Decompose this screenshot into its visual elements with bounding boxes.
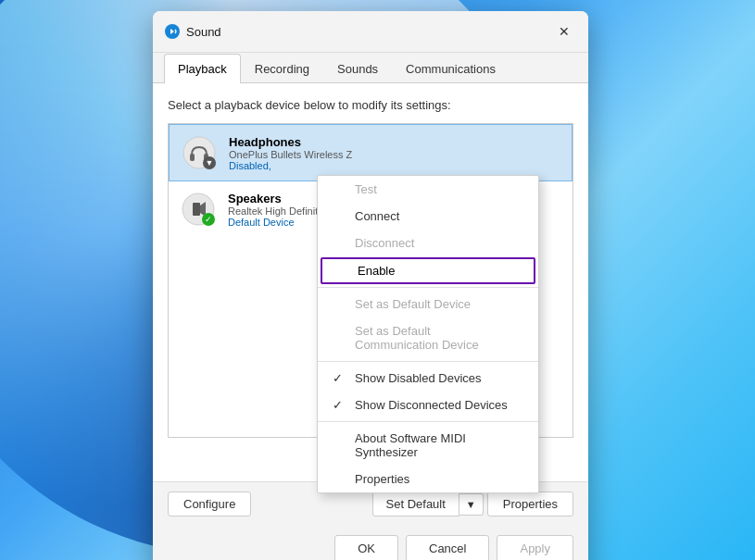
cancel-button[interactable]: Cancel bbox=[406, 535, 489, 560]
ctx-show-disabled[interactable]: ✓ Show Disabled Devices bbox=[318, 365, 538, 392]
ctx-properties[interactable]: Properties bbox=[318, 466, 538, 492]
ctx-show-disabled-check: ✓ bbox=[333, 371, 343, 385]
ctx-show-disconnected-check: ✓ bbox=[333, 398, 343, 412]
right-buttons: Set Default ▼ Properties bbox=[372, 492, 573, 516]
headphones-info: Headphones OnePlus Bullets Wireless Z Di… bbox=[229, 135, 560, 171]
tab-communications[interactable]: Communications bbox=[392, 54, 510, 83]
ctx-test-label: Test bbox=[355, 182, 377, 196]
ctx-set-default-label: Set as Default Device bbox=[355, 297, 471, 311]
headphones-sub: OnePlus Bullets Wireless Z bbox=[229, 149, 560, 160]
ctx-enable[interactable]: Enable bbox=[321, 257, 535, 284]
ctx-enable-label: Enable bbox=[358, 264, 395, 278]
set-default-button[interactable]: Set Default bbox=[372, 492, 459, 516]
dialog-actions: OK Cancel Apply bbox=[153, 526, 588, 560]
ctx-properties-label: Properties bbox=[355, 472, 409, 486]
headphones-status: Disabled, bbox=[229, 160, 560, 171]
sound-app-icon bbox=[164, 23, 181, 40]
ctx-set-default[interactable]: Set as Default Device bbox=[318, 291, 538, 317]
apply-button[interactable]: Apply bbox=[497, 535, 573, 560]
device-list: ▼ Headphones OnePlus Bullets Wireless Z … bbox=[168, 123, 573, 438]
properties-button[interactable]: Properties bbox=[487, 492, 573, 516]
context-menu: Test Connect Disconnect Enable Set as De… bbox=[317, 175, 539, 493]
svg-rect-5 bbox=[193, 203, 200, 216]
ctx-show-disabled-label: Show Disabled Devices bbox=[355, 371, 482, 385]
set-default-dropdown[interactable]: ▼ bbox=[459, 493, 484, 516]
ctx-disconnect-label: Disconnect bbox=[355, 236, 414, 250]
titlebar: Sound ✕ bbox=[153, 11, 588, 53]
svg-rect-2 bbox=[190, 154, 195, 161]
headphones-status-badge: ▼ bbox=[203, 156, 216, 169]
ctx-set-default-comm-label: Set as Default Communication Device bbox=[355, 324, 510, 352]
ctx-connect[interactable]: Connect bbox=[318, 203, 538, 230]
speakers-icon-container: ✓ bbox=[180, 191, 217, 228]
ctx-about-midi-label: About Software MIDI Synthesizer bbox=[355, 431, 510, 459]
ctx-separator-2 bbox=[318, 361, 538, 362]
ok-button[interactable]: OK bbox=[334, 535, 398, 560]
instruction-text: Select a playback device below to modify… bbox=[168, 98, 573, 112]
ctx-connect-label: Connect bbox=[355, 209, 399, 223]
tab-recording[interactable]: Recording bbox=[241, 54, 323, 83]
dialog-title: Sound bbox=[186, 25, 221, 39]
title-left: Sound bbox=[164, 23, 221, 40]
set-default-group: Set Default ▼ bbox=[372, 492, 484, 516]
headphones-name: Headphones bbox=[229, 135, 560, 149]
ctx-set-default-comm[interactable]: Set as Default Communication Device bbox=[318, 317, 538, 358]
configure-button[interactable]: Configure bbox=[168, 492, 251, 516]
sound-dialog: Sound ✕ Playback Recording Sounds Commun… bbox=[153, 11, 588, 560]
ctx-disconnect[interactable]: Disconnect bbox=[318, 230, 538, 256]
headphones-icon-container: ▼ bbox=[181, 134, 218, 171]
close-button[interactable]: ✕ bbox=[551, 19, 577, 44]
device-item-headphones[interactable]: ▼ Headphones OnePlus Bullets Wireless Z … bbox=[169, 124, 573, 181]
dialog-content: Select a playback device below to modify… bbox=[153, 83, 588, 481]
ctx-separator-1 bbox=[318, 287, 538, 288]
tab-playback[interactable]: Playback bbox=[164, 54, 241, 83]
ctx-separator-3 bbox=[318, 421, 538, 422]
ctx-show-disconnected-label: Show Disconnected Devices bbox=[355, 398, 508, 412]
ctx-show-disconnected[interactable]: ✓ Show Disconnected Devices bbox=[318, 392, 538, 418]
tab-bar: Playback Recording Sounds Communications bbox=[153, 53, 588, 83]
ctx-about-midi[interactable]: About Software MIDI Synthesizer bbox=[318, 425, 538, 466]
ctx-test[interactable]: Test bbox=[318, 176, 538, 203]
tab-sounds[interactable]: Sounds bbox=[323, 54, 392, 83]
speakers-default-badge: ✓ bbox=[202, 213, 215, 226]
